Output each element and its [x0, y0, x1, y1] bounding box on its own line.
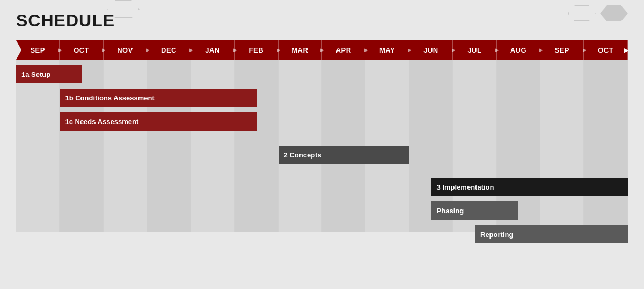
- month-cell-aug-11: AUG: [497, 40, 540, 60]
- month-cell-dec-3: DEC: [147, 40, 191, 60]
- gantt-col-4: [191, 60, 235, 232]
- month-cell-oct-1: OCT: [60, 40, 103, 60]
- hex-decoration-top-right: [568, 5, 628, 21]
- gantt-col-10: [453, 60, 496, 232]
- gantt-col-11: [497, 60, 540, 232]
- gantt-col-6: [279, 60, 322, 232]
- month-cell-apr-7: APR: [322, 40, 365, 60]
- month-cell-sep-0: SEP: [16, 40, 60, 60]
- gantt-col-8: [365, 60, 409, 232]
- month-cell-feb-5: FEB: [235, 40, 278, 60]
- gantt-col-5: [235, 60, 278, 232]
- month-cell-nov-2: NOV: [104, 40, 147, 60]
- month-cell-jul-10: JUL: [453, 40, 496, 60]
- month-cell-mar-6: MAR: [279, 40, 322, 60]
- gantt-col-13: [584, 60, 627, 232]
- gantt-body: 1a Setup1b Conditions Assessment1c Needs…: [16, 60, 628, 232]
- hex-filled-icon: [600, 5, 628, 21]
- gantt-col-7: [322, 60, 365, 232]
- month-cell-oct-13: OCT: [584, 40, 627, 60]
- month-cell-jan-4: JAN: [191, 40, 235, 60]
- month-cell-may-8: MAY: [365, 40, 409, 60]
- gantt-col-0: [16, 60, 60, 232]
- gantt-col-12: [540, 60, 584, 232]
- month-cell-sep-12: SEP: [540, 40, 584, 60]
- page-title: SCHEDULE: [16, 11, 628, 31]
- gantt-col-2: [104, 60, 147, 232]
- hex-outline-icon: [568, 5, 596, 21]
- gantt-chart: SEPOCTNOVDECJANFEBMARAPRMAYJUNJULAUGSEPO…: [16, 40, 628, 232]
- gantt-col-9: [409, 60, 453, 232]
- gantt-col-1: [60, 60, 103, 232]
- page-container: SCHEDULE SEPOCTNOVDECJANFEBMARAPRMAYJUNJ…: [0, 0, 644, 289]
- month-header-bar: SEPOCTNOVDECJANFEBMARAPRMAYJUNJULAUGSEPO…: [16, 40, 628, 60]
- month-cell-jun-9: JUN: [409, 40, 453, 60]
- gantt-col-3: [147, 60, 191, 232]
